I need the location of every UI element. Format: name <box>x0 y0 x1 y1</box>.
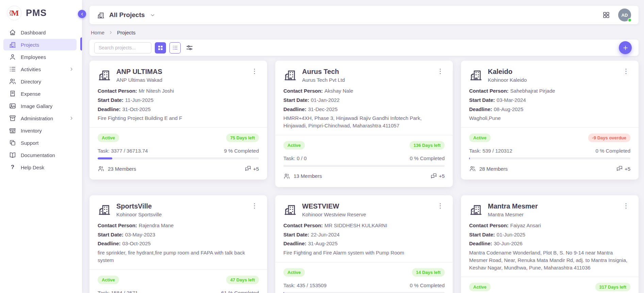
deadline-value: 03-Oct-2025 <box>122 241 151 246</box>
project-details: Contact Person:Faiyaz Ansari Start Date:… <box>469 222 630 272</box>
list-icon <box>9 65 16 73</box>
project-subtitle: Kohinoor Sportsville <box>116 212 245 217</box>
contact-label: Contact Person: <box>283 88 323 94</box>
deadline-label: Deadline: <box>98 241 121 246</box>
grid-view-button[interactable] <box>155 42 166 53</box>
sidebar-item-label: Inventory <box>21 128 42 134</box>
sidebar-item-label: Expense <box>21 91 40 97</box>
start-date-value: 11-Jun-2025 <box>125 97 153 103</box>
sidebar-item-employees[interactable]: Employees <box>3 51 77 63</box>
copy-icon <box>9 139 16 146</box>
project-description: HMRR+4XH, Phase 3, Hinjawadi Rajiv Gandh… <box>283 114 445 129</box>
deadline-label: Deadline: <box>469 241 492 246</box>
comments-count: +5 <box>439 173 445 179</box>
help-icon: ? <box>9 164 16 171</box>
completed-percent: 0 % Completed <box>595 148 630 154</box>
online-status-dot <box>628 18 632 22</box>
status-badge: Active <box>469 134 491 142</box>
sidebar-item-support[interactable]: Support <box>3 137 77 149</box>
chevron-down-icon <box>150 13 155 18</box>
project-selector-dropdown[interactable]: All Projects <box>97 11 155 19</box>
list-view-button[interactable] <box>169 42 181 53</box>
page-title: All Projects <box>109 11 145 19</box>
sidebar-item-expense[interactable]: Expense <box>3 88 77 99</box>
project-card[interactable]: Kaleido Kohinoor Kaleido ⋮ Contact Perso… <box>461 61 639 180</box>
status-badge: Active <box>98 276 119 284</box>
status-badge: Active <box>98 134 119 142</box>
comments-button[interactable]: +5 <box>245 165 259 172</box>
start-date-label: Start Date: <box>98 97 123 103</box>
breadcrumb-home[interactable]: Home <box>91 30 104 35</box>
contact-label: Contact Person: <box>283 222 323 228</box>
task-count: Task: 0 / 0 <box>283 155 307 161</box>
sidebar-item-documentation[interactable]: Documentation <box>3 149 77 161</box>
contact-label: Contact Person: <box>98 88 137 94</box>
start-date-value: 03-May-2023 <box>125 232 155 237</box>
contact-value: Akshay Nale <box>325 88 353 94</box>
project-description: fire sprinkler, fire hydrant,fire pump r… <box>98 249 259 264</box>
filter-button[interactable] <box>185 44 194 52</box>
chevron-right-icon <box>109 30 113 35</box>
active-nav-indicator <box>80 37 82 50</box>
deadline-value: 30-Jun-2026 <box>494 241 523 246</box>
avatar[interactable]: AD <box>618 9 631 21</box>
sidebar-collapse-button[interactable] <box>78 10 86 18</box>
user-icon <box>9 53 16 61</box>
completed-percent: 61 % Completed <box>221 290 259 293</box>
sidebar-item-activities[interactable]: Activities <box>3 63 77 75</box>
start-date-value: 01-Jan-2022 <box>311 97 340 103</box>
sidebar-item-help-desk[interactable]: ? Help Desk <box>3 161 77 173</box>
sidebar-item-image-gallery[interactable]: Image Gallary <box>3 100 77 112</box>
receipt-icon <box>9 90 16 97</box>
start-date-label: Start Date: <box>283 232 309 237</box>
project-details: Contact Person:Mr Nitesh Joshi Start Dat… <box>98 87 259 122</box>
book-icon <box>9 151 16 159</box>
start-date-label: Start Date: <box>469 97 495 103</box>
header-actions: AD <box>602 9 631 21</box>
building-icon <box>283 203 297 216</box>
sidebar-item-label: Directory <box>21 79 41 84</box>
task-count: Task: 435 / 153509 <box>283 282 327 288</box>
deadline-value: 31-Dec-2025 <box>308 106 338 112</box>
kebab-menu-icon[interactable]: ⋮ <box>436 202 445 210</box>
project-card[interactable]: ANP ULTIMAS ANP Ultimas Wakad ⋮ Contact … <box>89 61 267 180</box>
kebab-menu-icon[interactable]: ⋮ <box>622 202 630 210</box>
comments-count: +5 <box>253 166 259 172</box>
project-card[interactable]: WESTVIEW Kohinoor Westview Reserve ⋮ Con… <box>275 195 453 293</box>
comments-button[interactable]: +5 <box>430 173 445 180</box>
sidebar-item-label: Projects <box>21 42 39 48</box>
project-description: Wagholi,Pune <box>469 114 630 122</box>
contact-value: Sahebhajrat Pirjade <box>510 88 555 94</box>
status-badge: Active <box>283 268 305 277</box>
list-view-icon <box>172 45 178 51</box>
projects-grid: ANP ULTIMAS ANP Ultimas Wakad ⋮ Contact … <box>89 61 639 293</box>
building-icon <box>469 68 483 82</box>
completed-percent: 0 % Completed <box>410 282 445 288</box>
progress-bar <box>283 165 445 167</box>
project-card[interactable]: Aurus Tech Aurus Tech Pvt Ltd ⋮ Contact … <box>275 61 453 187</box>
sidebar-item-projects[interactable]: Projects <box>3 39 77 50</box>
project-card[interactable]: Mantra Mesmer Mantra Mesmer ⋮ Contact Pe… <box>461 195 639 293</box>
main-content: All Projects AD Home Projects <box>82 0 644 293</box>
kebab-menu-icon[interactable]: ⋮ <box>250 202 259 210</box>
contact-value: MR SIDDHESH KULKARNI <box>325 222 387 228</box>
days-left-badge: 317 Days left <box>595 283 631 291</box>
kebab-menu-icon[interactable]: ⋮ <box>436 67 445 75</box>
users-icon <box>9 78 16 85</box>
comments-button[interactable]: +5 <box>616 165 630 172</box>
sidebar-item-administration[interactable]: Administration <box>3 112 77 124</box>
app-logo[interactable]: M PMS <box>0 0 82 24</box>
kebab-menu-icon[interactable]: ⋮ <box>622 67 630 75</box>
sidebar-item-dashboard[interactable]: Dashboard <box>3 27 77 38</box>
apps-grid-icon[interactable] <box>602 11 610 19</box>
progress-bar <box>98 157 259 159</box>
chevron-right-icon <box>69 116 74 121</box>
project-card[interactable]: SportsVille Kohinoor Sportsville ⋮ Conta… <box>89 195 267 293</box>
add-project-button[interactable] <box>619 41 632 54</box>
kebab-menu-icon[interactable]: ⋮ <box>250 67 259 75</box>
project-subtitle: Kohinoor Kaleido <box>488 77 616 83</box>
sidebar-item-inventory[interactable]: Inventory <box>3 125 77 136</box>
sidebar-item-directory[interactable]: Directory <box>3 76 77 87</box>
members-count: 23 Members <box>108 166 136 172</box>
search-input[interactable] <box>94 42 151 53</box>
